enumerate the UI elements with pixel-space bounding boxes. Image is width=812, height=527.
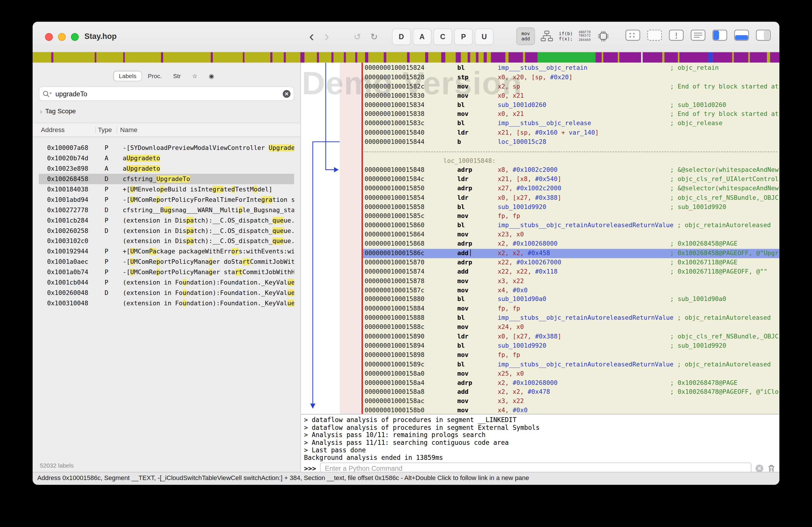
navigation-minimap[interactable]: ↓ — [33, 52, 779, 63]
asm-line[interactable]: 000000010001585cmovfp, fp — [363, 212, 779, 221]
back-button[interactable]: ‹ — [309, 26, 314, 47]
search-input[interactable] — [54, 89, 280, 98]
asm-line[interactable]: 0000000100015874addx22, x22, #0x118; 0x1… — [363, 267, 779, 276]
asm-line[interactable]: 00000001000158a0movx25, x0 — [363, 369, 779, 378]
cfg-graph-icon[interactable] — [541, 31, 553, 42]
tab-procedures[interactable]: Proc. — [143, 72, 167, 81]
asm-local-label[interactable]: loc_100015848: — [363, 156, 779, 165]
asm-line[interactable]: 000000010001584cldrx21, [x8, #0x540]; ob… — [363, 175, 779, 184]
pseudocode-view-icon[interactable]: if(b) f(x); — [559, 31, 573, 42]
asm-mnemonic: stp — [458, 73, 498, 82]
asm-line[interactable]: 00000001000158b0movx4, #0x0 — [363, 406, 779, 414]
label-row[interactable]: 0x100184038P+[UMEnvelopeBuild isIntegrat… — [39, 184, 294, 195]
label-row[interactable]: 0x1001a0aecP-[UMComReportPolicyManager d… — [39, 257, 294, 267]
asm-line[interactable]: 0000000100015828stpx0, x20, [sp, #0x20] — [363, 73, 779, 82]
asm-line[interactable]: 0000000100015864movx23, x0 — [363, 230, 779, 240]
asm-line[interactable]: 00000001000158acmovx3, x22 — [363, 397, 779, 406]
label-row[interactable]: 0x100310048(extension in Foundation):Fou… — [39, 298, 294, 308]
hex-view-icon[interactable]: 486F70 786572 284469 — [579, 30, 591, 42]
asm-line[interactable]: 0000000100015850adrpx27, #0x1002c2000; &… — [363, 184, 779, 193]
asm-line[interactable]: 0000000100015878movx3, x22 — [363, 277, 779, 286]
asm-mnemonic: ldr — [458, 175, 498, 184]
asm-line[interactable]: 00000001000158a8addx2, x2, #0x478; 0x100… — [363, 388, 779, 397]
selection-panel-icon[interactable] — [647, 29, 663, 42]
log-list-panel-icon[interactable] — [690, 29, 706, 42]
mode-code-button[interactable]: C — [433, 29, 452, 45]
toggle-left-panel-icon[interactable] — [712, 29, 728, 42]
mode-ascii-button[interactable]: A — [412, 29, 431, 45]
redo-icon[interactable]: ↻ — [371, 31, 378, 42]
header-name[interactable]: Name — [117, 126, 300, 134]
assembly-view-button[interactable]: mov add — [516, 27, 535, 45]
asm-line[interactable]: 0000000100015860blimp___stubs__objc_reta… — [363, 221, 779, 230]
label-row[interactable]: 0x1001a0b74P-[UMComReportPolicyManager s… — [39, 267, 294, 277]
asm-line[interactable]: 000000010001587cmovx4, #0x0 — [363, 286, 779, 295]
minimap-segment — [161, 52, 163, 63]
label-row[interactable]: 0x100268458Dcfstring_UpgradeTo — [39, 174, 294, 184]
asm-line[interactable]: 0000000100015840ldrx21, [sp, #0x160 + va… — [363, 128, 779, 137]
label-row[interactable]: 0x1001cb284P(extension in Dispatch):__C.… — [39, 215, 294, 226]
asm-line[interactable]: 000000010001582cmovx2, sp; End of try bl… — [363, 82, 779, 91]
mode-data-button[interactable]: D — [392, 29, 411, 45]
label-row[interactable]: 0x1001abd94P-[UMComReportPolicyForRealTi… — [39, 195, 294, 205]
asm-line[interactable]: 00000001000158a4adrpx2, #0x100268000; 0x… — [363, 378, 779, 388]
label-row[interactable]: 0x100007a68P-[SYDownloadPreviewModalView… — [39, 143, 294, 153]
inspector-grid-icon[interactable] — [625, 29, 641, 42]
tab-bookmarks-star-icon[interactable]: ☆ — [187, 71, 203, 81]
asm-line[interactable]: 0000000100015844bloc_100015c28 — [363, 138, 779, 147]
asm-line[interactable]: 0000000100015888blimp___stubs__objc_reta… — [363, 314, 779, 323]
asm-line[interactable]: 0000000100015830movx0, x21 — [363, 91, 779, 101]
asm-line[interactable]: 000000010001589cblimp___stubs__objc_reta… — [363, 360, 779, 369]
search-field[interactable]: ✕ — [39, 87, 294, 101]
asm-line[interactable]: 0000000100015894blsub_1001d9920; sub_100… — [363, 341, 779, 350]
cpu-chip-icon[interactable] — [596, 29, 610, 43]
label-row[interactable]: 0x100272778Dcfstring__Bugsnag___WARN__Mu… — [39, 205, 294, 215]
asm-line[interactable]: 0000000100015890ldrx0, [x27, #0x388]; ob… — [363, 332, 779, 341]
label-row[interactable]: 0x10023e898AaUpgradeto — [39, 164, 294, 174]
label-row[interactable]: 0x1001cb044P(extension in Foundation):Fo… — [39, 277, 294, 288]
asm-line[interactable]: 0000000100015838movx0, x21; End of try b… — [363, 110, 779, 119]
label-row[interactable]: 0x100260258D(extension in Dispatch):__C.… — [39, 225, 294, 236]
label-row[interactable]: 0x100192944P+[UMComPackage packageWithEr… — [39, 246, 294, 257]
problems-panel-icon[interactable] — [669, 29, 684, 42]
asm-line[interactable]: 0000000100015868adrpx2, #0x100268000; 0x… — [363, 240, 779, 249]
toggle-bottom-panel-icon[interactable] — [734, 29, 749, 42]
header-type[interactable]: Type — [95, 126, 117, 134]
tab-scope-icon[interactable]: ◉ — [204, 71, 219, 81]
toggle-right-panel-icon[interactable] — [755, 29, 771, 42]
tab-labels[interactable]: Labels — [114, 72, 142, 81]
minimize-button[interactable] — [58, 33, 66, 41]
asm-line[interactable]: 0000000100015848adrpx8, #0x1002c2000; &@… — [363, 165, 779, 175]
minimap-segment — [211, 52, 213, 63]
asm-line[interactable]: 0000000100015880blsub_1001d90a0; sub_100… — [363, 295, 779, 304]
label-row[interactable]: 0x1003102c0(extension in Dispatch):__C.O… — [39, 236, 294, 246]
asm-comment: ; End of try block started at — [670, 110, 779, 119]
label-row[interactable]: 0x100260048D(extension in Foundation):Fo… — [39, 288, 294, 298]
asm-line[interactable]: 000000010001588cmovx24, x0 — [363, 323, 779, 332]
asm-line[interactable]: 0000000100015870adrpx22, #0x100267000; 0… — [363, 258, 779, 267]
asm-line[interactable]: 0000000100015898movfp, fp — [363, 350, 779, 360]
asm-mnemonic: ldr — [458, 193, 498, 203]
asm-line[interactable]: 0000000100015858blsub_1001d9920; sub_100… — [363, 203, 779, 212]
asm-line[interactable]: 000000010001583cblimp___stubs__objc_rele… — [363, 119, 779, 128]
asm-line[interactable]: 0000000100015834blsub_1001d0260; sub_100… — [363, 101, 779, 110]
asm-line[interactable]: 0000000100015884movfp, fp — [363, 304, 779, 314]
forward-button[interactable]: › — [324, 26, 329, 47]
label-row[interactable]: 0x10020b74dAaUpgradeto — [39, 153, 294, 164]
clear-console-icon[interactable]: ✕ — [755, 465, 763, 472]
clear-search-icon[interactable]: ✕ — [283, 90, 291, 97]
undo-icon[interactable]: ↺ — [354, 31, 361, 42]
header-address[interactable]: Address — [33, 126, 95, 134]
minimap-segment — [355, 52, 357, 63]
close-button[interactable] — [45, 33, 53, 41]
mode-undefined-button[interactable]: U — [475, 29, 494, 45]
asm-line[interactable]: 000000010001586caddx2, x2, #0x458; 0x100… — [363, 249, 779, 258]
zoom-button[interactable] — [71, 33, 79, 41]
asm-line[interactable]: 0000000100015824blimp___stubs__objc_reta… — [363, 64, 779, 73]
minimap-segment — [244, 52, 270, 63]
tab-strings[interactable]: Str — [168, 72, 186, 81]
tag-scope-disclosure[interactable]: › Tag Scope — [40, 107, 300, 115]
label-type: D — [102, 207, 123, 214]
asm-line[interactable]: 0000000100015854ldrx0, [x27, #0x388]; ob… — [363, 193, 779, 203]
mode-procedure-button[interactable]: P — [454, 29, 473, 45]
